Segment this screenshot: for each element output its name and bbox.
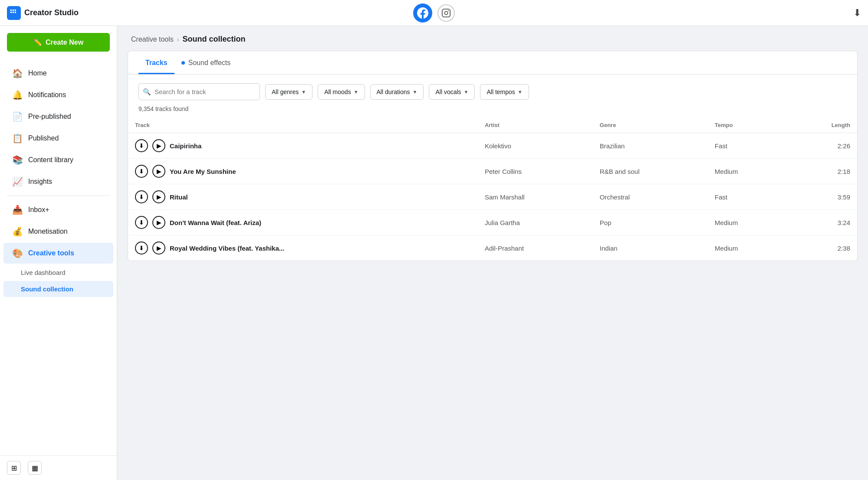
download-track-button[interactable]: ⬇ bbox=[135, 139, 148, 152]
app-logo-icon bbox=[7, 6, 21, 20]
sidebar-item-pre-published[interactable]: 📄 Pre-published bbox=[3, 106, 113, 127]
breadcrumb-link[interactable]: Creative tools bbox=[131, 36, 174, 43]
table-row: ⬇ ▶ Royal Wedding Vibes (feat. Yashika..… bbox=[128, 235, 857, 261]
download-track-button[interactable]: ⬇ bbox=[135, 216, 148, 229]
track-name: Don't Wanna Wait (feat. Ariza) bbox=[170, 219, 261, 226]
play-track-button[interactable]: ▶ bbox=[152, 242, 165, 255]
sidebar-subitem-sound-collection[interactable]: Sound collection bbox=[3, 281, 113, 297]
chevron-down-icon: ▼ bbox=[464, 89, 469, 95]
durations-filter[interactable]: All durations ▼ bbox=[370, 84, 424, 100]
track-tempo: Fast bbox=[708, 184, 787, 210]
track-length: 2:38 bbox=[787, 235, 857, 261]
play-track-button[interactable]: ▶ bbox=[152, 190, 165, 203]
svg-rect-2 bbox=[15, 9, 16, 10]
monetisation-icon: 💰 bbox=[12, 226, 23, 237]
publish-icon: 📋 bbox=[12, 133, 23, 144]
sidebar-nav: 🏠 Home 🔔 Notifications 📄 Pre-published 📋… bbox=[0, 59, 117, 455]
track-name: Royal Wedding Vibes (feat. Yashika... bbox=[170, 245, 284, 252]
tempos-filter[interactable]: All tempos ▼ bbox=[480, 84, 529, 100]
vocals-filter[interactable]: All vocals ▼ bbox=[429, 84, 475, 100]
breadcrumb-current: Sound collection bbox=[183, 35, 246, 44]
track-tempo: Medium bbox=[708, 210, 787, 235]
track-name: Caipirinha bbox=[170, 142, 201, 150]
svg-point-7 bbox=[444, 11, 447, 14]
nav-divider bbox=[7, 196, 110, 196]
track-length: 2:26 bbox=[787, 133, 857, 159]
search-input[interactable] bbox=[138, 83, 260, 100]
download-icon[interactable]: ⬇ bbox=[853, 7, 861, 19]
tab-sound-effects[interactable]: Sound effects bbox=[174, 51, 238, 74]
svg-point-8 bbox=[448, 10, 449, 11]
track-cell: ⬇ ▶ Ritual bbox=[128, 184, 478, 210]
svg-rect-0 bbox=[10, 9, 12, 10]
filters-bar: 🔍 All genres ▼ All moods ▼ All durations… bbox=[128, 75, 857, 105]
track-tempo: Medium bbox=[708, 159, 787, 184]
sidebar-item-home[interactable]: 🏠 Home bbox=[3, 63, 113, 84]
sidebar: ✏️ Create New 🏠 Home 🔔 Notifications 📄 P… bbox=[0, 26, 117, 480]
download-track-button[interactable]: ⬇ bbox=[135, 165, 148, 178]
search-wrap: 🔍 bbox=[138, 83, 260, 100]
track-artist: Peter Collins bbox=[478, 159, 593, 184]
facebook-platform-btn[interactable] bbox=[413, 3, 432, 23]
col-header-tempo: Tempo bbox=[708, 118, 787, 133]
platform-switcher bbox=[413, 3, 455, 23]
app-logo: Creator Studio bbox=[7, 6, 79, 20]
tracks-table: Track Artist Genre Tempo Length ⬇ ▶ Caip… bbox=[128, 118, 857, 261]
create-new-button[interactable]: ✏️ Create New bbox=[7, 33, 110, 52]
topbar-right: ⬇ bbox=[853, 7, 861, 19]
track-cell: ⬇ ▶ Caipirinha bbox=[128, 133, 478, 159]
creative-tools-icon: 🎨 bbox=[12, 248, 23, 258]
track-genre: R&B and soul bbox=[593, 159, 708, 184]
sidebar-toggle-icon[interactable]: ⊞ bbox=[7, 461, 21, 475]
instagram-platform-btn[interactable] bbox=[437, 4, 455, 22]
tab-dot bbox=[181, 61, 185, 65]
sidebar-item-inbox[interactable]: 📥 Inbox+ bbox=[3, 199, 113, 220]
search-icon: 🔍 bbox=[143, 88, 151, 96]
play-track-button[interactable]: ▶ bbox=[152, 216, 165, 229]
moods-filter[interactable]: All moods ▼ bbox=[318, 84, 365, 100]
chevron-down-icon: ▼ bbox=[301, 89, 306, 95]
table-row: ⬇ ▶ You Are My Sunshine Peter Collins R&… bbox=[128, 159, 857, 184]
download-track-button[interactable]: ⬇ bbox=[135, 190, 148, 203]
col-header-length: Length bbox=[787, 118, 857, 133]
topbar: Creator Studio ⬇ bbox=[0, 0, 868, 26]
sidebar-top: ✏️ Create New bbox=[0, 26, 117, 59]
svg-rect-1 bbox=[13, 9, 14, 10]
svg-rect-4 bbox=[13, 11, 14, 13]
track-cell: ⬇ ▶ Don't Wanna Wait (feat. Ariza) bbox=[128, 210, 478, 235]
sidebar-item-monetisation[interactable]: 💰 Monetisation bbox=[3, 221, 113, 242]
library-icon: 📚 bbox=[12, 155, 23, 165]
download-track-button[interactable]: ⬇ bbox=[135, 242, 148, 255]
track-name: Ritual bbox=[170, 193, 188, 201]
svg-rect-3 bbox=[10, 11, 12, 13]
sidebar-item-published[interactable]: 📋 Published bbox=[3, 128, 113, 149]
tabs: Tracks Sound effects bbox=[128, 51, 857, 75]
sidebar-grid-icon[interactable]: ▦ bbox=[28, 461, 42, 475]
breadcrumb-separator: › bbox=[177, 36, 179, 43]
col-header-track: Track bbox=[128, 118, 478, 133]
sidebar-item-insights[interactable]: 📈 Insights bbox=[3, 171, 113, 192]
inbox-icon: 📥 bbox=[12, 205, 23, 215]
sidebar-subitem-live-dashboard[interactable]: Live dashboard bbox=[3, 264, 113, 281]
sidebar-bottom: ⊞ ▦ bbox=[0, 455, 117, 480]
track-artist: Adil-Prashant bbox=[478, 235, 593, 261]
chevron-down-icon: ▼ bbox=[354, 89, 358, 95]
track-tempo: Fast bbox=[708, 133, 787, 159]
sidebar-item-notifications[interactable]: 🔔 Notifications bbox=[3, 85, 113, 105]
genres-filter[interactable]: All genres ▼ bbox=[265, 84, 312, 100]
sidebar-item-creative-tools[interactable]: 🎨 Creative tools bbox=[3, 243, 113, 264]
track-tempo: Medium bbox=[708, 235, 787, 261]
tab-tracks[interactable]: Tracks bbox=[138, 51, 174, 74]
chevron-down-icon: ▼ bbox=[518, 89, 523, 95]
svg-rect-6 bbox=[442, 9, 450, 16]
play-track-button[interactable]: ▶ bbox=[152, 139, 165, 152]
sidebar-item-content-library[interactable]: 📚 Content library bbox=[3, 150, 113, 170]
prepublish-icon: 📄 bbox=[12, 111, 23, 122]
breadcrumb: Creative tools › Sound collection bbox=[117, 26, 868, 51]
track-artist: Julia Gartha bbox=[478, 210, 593, 235]
track-name: You Are My Sunshine bbox=[170, 168, 236, 175]
track-length: 2:18 bbox=[787, 159, 857, 184]
track-artist: Sam Marshall bbox=[478, 184, 593, 210]
table-row: ⬇ ▶ Don't Wanna Wait (feat. Ariza) Julia… bbox=[128, 210, 857, 235]
play-track-button[interactable]: ▶ bbox=[152, 165, 165, 178]
